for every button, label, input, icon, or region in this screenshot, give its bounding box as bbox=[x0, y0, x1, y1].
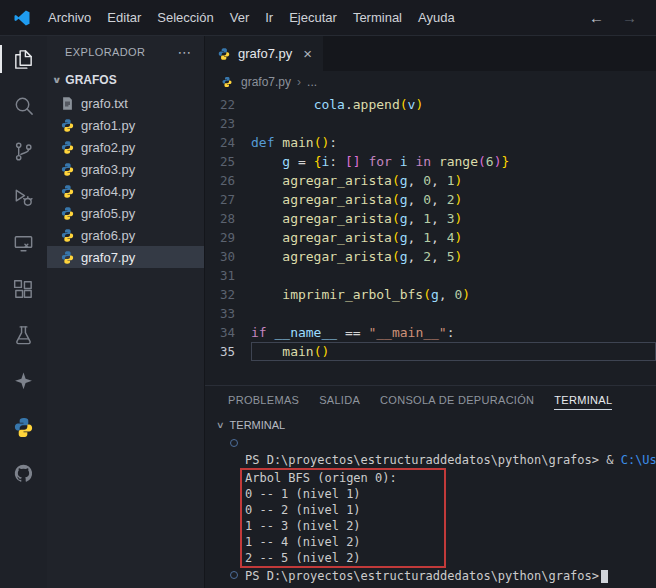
code-line-31: 31 bbox=[205, 266, 656, 285]
terminal-line bbox=[245, 436, 656, 452]
menu-seleccin[interactable]: Selección bbox=[149, 6, 221, 29]
command-decoration-icon bbox=[230, 439, 238, 447]
menu-editar[interactable]: Editar bbox=[99, 6, 149, 29]
panel-tab-terminal[interactable]: TERMINAL bbox=[549, 387, 617, 413]
explorer-icon[interactable] bbox=[0, 36, 47, 82]
code-line-text: imprimir_arbol_bfs(g, 0) bbox=[251, 285, 656, 304]
bfs-output-annotation-box: Arbol BFS (origen 0):0 -- 1 (nivel 1)0 -… bbox=[240, 468, 446, 568]
menu-ver[interactable]: Ver bbox=[222, 6, 258, 29]
file-item-grafo7-py[interactable]: grafo7.py bbox=[47, 246, 204, 268]
code-line-28: 28 agregar_arista(g, 1, 3) bbox=[205, 209, 656, 228]
file-name: grafo6.py bbox=[81, 228, 135, 243]
file-name: grafo7.py bbox=[81, 250, 135, 265]
python-file-icon bbox=[59, 117, 75, 133]
line-number: 25 bbox=[205, 152, 251, 171]
breadcrumb[interactable]: grafo7.py › ... bbox=[205, 71, 656, 93]
titlebar: ArchivoEditarSelecciónVerIrEjecutarTermi… bbox=[0, 0, 656, 36]
panel-tab-consola-de-depuración[interactable]: CONSOLA DE DEPURACIÓN bbox=[375, 387, 539, 413]
code-line-text bbox=[251, 114, 656, 133]
code-line-22: 22 cola.append(v) bbox=[205, 95, 656, 114]
terminal-output-line: Arbol BFS (origen 0): bbox=[245, 470, 444, 486]
file-item-grafo2-py[interactable]: grafo2.py bbox=[47, 136, 204, 158]
code-line-29: 29 agregar_arista(g, 1, 4) bbox=[205, 228, 656, 247]
code-line-text: agregar_arista(g, 2, 5) bbox=[251, 247, 656, 266]
extensions-icon[interactable] bbox=[0, 266, 47, 312]
nav-forward-icon[interactable]: → bbox=[613, 7, 646, 28]
file-item-grafo4-py[interactable]: grafo4.py bbox=[47, 180, 204, 202]
file-item-grafo6-py[interactable]: grafo6.py bbox=[47, 224, 204, 246]
nav-back-icon[interactable]: ← bbox=[580, 7, 613, 28]
code-line-27: 27 agregar_arista(g, 0, 2) bbox=[205, 190, 656, 209]
code-line-text: def main(): bbox=[251, 133, 656, 152]
terminal-output-line: 2 -- 5 (nivel 2) bbox=[245, 550, 444, 566]
breadcrumb-more: ... bbox=[307, 75, 317, 89]
file-item-grafo3-py[interactable]: grafo3.py bbox=[47, 158, 204, 180]
panel-tab-bar: PROBLEMASSALIDACONSOLA DE DEPURACIÓNTERM… bbox=[205, 386, 656, 414]
file-name: grafo1.py bbox=[81, 118, 135, 133]
tab-grafo7[interactable]: grafo7.py × bbox=[205, 36, 323, 71]
code-line-text bbox=[251, 266, 656, 285]
menu-archivo[interactable]: Archivo bbox=[40, 6, 99, 29]
menubar: ArchivoEditarSelecciónVerIrEjecutarTermi… bbox=[40, 6, 463, 29]
file-name: grafo3.py bbox=[81, 162, 135, 177]
run-debug-icon[interactable] bbox=[0, 174, 47, 220]
python-icon[interactable] bbox=[0, 404, 47, 450]
code-line-25: 25 g = {i: [] for i in range(6)} bbox=[205, 152, 656, 171]
menu-ayuda[interactable]: Ayuda bbox=[410, 6, 463, 29]
code-line-24: 24def main(): bbox=[205, 133, 656, 152]
line-number: 35 bbox=[205, 342, 251, 361]
menu-ir[interactable]: Ir bbox=[257, 6, 281, 29]
terminal[interactable]: PS D:\proyectos\estructuraddedatos\pytho… bbox=[205, 436, 656, 588]
folder-grafos[interactable]: ∨ GRAFOS bbox=[47, 68, 204, 92]
code-line-32: 32 imprimir_arbol_bfs(g, 0) bbox=[205, 285, 656, 304]
menu-ejecutar[interactable]: Ejecutar bbox=[281, 6, 345, 29]
bottom-panel: PROBLEMASSALIDACONSOLA DE DEPURACIÓNTERM… bbox=[205, 385, 656, 588]
code-line-text: agregar_arista(g, 0, 2) bbox=[251, 190, 656, 209]
line-number: 34 bbox=[205, 323, 251, 342]
file-name: grafo2.py bbox=[81, 140, 135, 155]
code-line-text: if __name__ == "__main__": bbox=[251, 323, 656, 342]
line-number: 28 bbox=[205, 209, 251, 228]
command-decoration-icon bbox=[230, 571, 238, 579]
terminal-section-label: TERMINAL bbox=[230, 419, 286, 431]
sparkle-icon[interactable] bbox=[0, 358, 47, 404]
code-line-text bbox=[251, 304, 656, 323]
code-line-text: g = {i: [] for i in range(6)} bbox=[251, 152, 656, 171]
python-file-icon bbox=[59, 227, 75, 243]
testing-icon[interactable] bbox=[0, 312, 47, 358]
line-number: 33 bbox=[205, 304, 251, 323]
search-icon[interactable] bbox=[0, 82, 47, 128]
code-line-33: 33 bbox=[205, 304, 656, 323]
code-line-text: cola.append(v) bbox=[251, 95, 656, 114]
close-tab-icon[interactable]: × bbox=[303, 45, 312, 62]
panel-tab-problemas[interactable]: PROBLEMAS bbox=[223, 387, 304, 413]
github-icon[interactable] bbox=[0, 450, 47, 496]
line-number: 22 bbox=[205, 95, 251, 114]
python-file-icon bbox=[219, 74, 235, 90]
activity-bar bbox=[0, 36, 47, 588]
panel-tab-salida[interactable]: SALIDA bbox=[314, 387, 365, 413]
line-number: 24 bbox=[205, 133, 251, 152]
line-number: 30 bbox=[205, 247, 251, 266]
line-number: 31 bbox=[205, 266, 251, 285]
chevron-down-icon: ∨ bbox=[52, 75, 62, 85]
file-item-grafo5-py[interactable]: grafo5.py bbox=[47, 202, 204, 224]
python-file-icon bbox=[59, 161, 75, 177]
code-line-34: 34if __name__ == "__main__": bbox=[205, 323, 656, 342]
menu-terminal[interactable]: Terminal bbox=[345, 6, 410, 29]
line-number: 32 bbox=[205, 285, 251, 304]
source-control-icon[interactable] bbox=[0, 128, 47, 174]
line-number: 27 bbox=[205, 190, 251, 209]
terminal-section-header[interactable]: ∨ TERMINAL bbox=[205, 414, 656, 436]
python-file-icon bbox=[59, 183, 75, 199]
file-item-grafo-txt[interactable]: grafo.txt bbox=[47, 92, 204, 114]
more-actions-icon[interactable]: ⋯ bbox=[178, 44, 192, 60]
breadcrumb-file: grafo7.py bbox=[241, 75, 291, 89]
remote-explorer-icon[interactable] bbox=[0, 220, 47, 266]
code-line-text: main() bbox=[251, 342, 656, 361]
folder-name: GRAFOS bbox=[65, 73, 116, 87]
code-line-23: 23 bbox=[205, 114, 656, 133]
file-item-grafo1-py[interactable]: grafo1.py bbox=[47, 114, 204, 136]
code-editor[interactable]: 22 cola.append(v)2324def main():25 g = {… bbox=[205, 93, 656, 385]
code-line-35: 35 main() bbox=[205, 342, 656, 361]
